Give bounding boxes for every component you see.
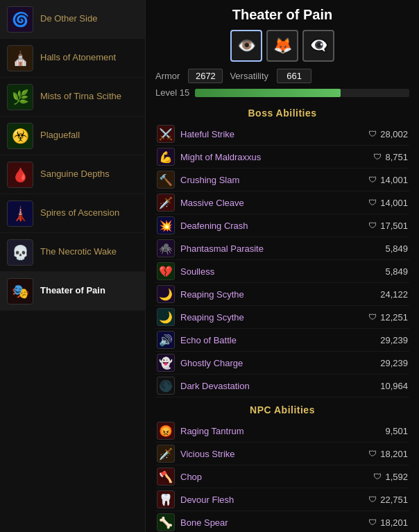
ability-row: 🗡️Massive Cleave🛡14,001	[155, 191, 409, 214]
sidebar-label-theater-of-pain: Theater of Pain	[40, 285, 105, 297]
versatility-value: 661	[277, 69, 311, 83]
sidebar-item-theater-of-pain[interactable]: 🎭Theater of Pain	[0, 272, 145, 311]
sidebar-item-mists-of-tirna-scithe[interactable]: 🌿Mists of Tirna Scithe	[0, 78, 145, 117]
ability-damage: 10,964	[380, 381, 408, 391]
ability-icon: 🌑	[157, 377, 175, 395]
ability-name: Chop	[180, 472, 368, 482]
sidebar-item-halls-of-atonement[interactable]: ⛪Halls of Atonement	[0, 39, 145, 78]
boss-abilities-list: ⚔️Hateful Strike🛡28,002💪Might of Maldrax…	[155, 123, 409, 397]
versatility-label: Versatility	[230, 71, 268, 81]
damage-value: 29,239	[380, 335, 408, 345]
sidebar-icon-de-other-side: 🌀	[7, 6, 33, 33]
sidebar-item-plaguefall[interactable]: ☣️Plaguefall	[0, 117, 145, 155]
damage-value: 14,001	[380, 198, 408, 208]
sidebar-icon-plaguefall: ☣️	[7, 123, 33, 149]
ability-name: Vicious Strike	[180, 449, 363, 459]
ability-row: 🌙Reaping Scythe🛡12,251	[155, 306, 409, 329]
shield-icon: 🛡	[372, 151, 383, 162]
sidebar-icon-the-necrotic-wake: 💀	[7, 239, 33, 266]
tab-tab1[interactable]: 👁️	[230, 30, 262, 62]
armor-label: Armor	[155, 71, 180, 81]
ability-damage: 🛡17,501	[367, 220, 408, 231]
ability-icon: 💪	[157, 148, 175, 166]
boss-abilities-header: Boss Abilities	[155, 108, 409, 119]
ability-icon: 😡	[157, 422, 175, 440]
ability-damage: 29,239	[380, 358, 408, 368]
shield-icon: 🛡	[367, 220, 378, 231]
ability-damage: 🛡14,001	[367, 174, 408, 185]
damage-value: 28,002	[380, 129, 408, 139]
damage-value: 18,201	[380, 517, 408, 528]
damage-value: 10,964	[380, 381, 408, 391]
damage-value: 1,592	[385, 472, 408, 482]
ability-icon: 💥	[157, 216, 175, 234]
sidebar-item-de-other-side[interactable]: 🌀De Other Side	[0, 0, 145, 39]
ability-damage: 🛡18,201	[367, 448, 408, 459]
damage-value: 17,501	[380, 221, 408, 231]
ability-name: Raging Tantrum	[180, 426, 381, 436]
ability-name: Ghostly Charge	[180, 358, 376, 368]
sidebar-label-de-other-side: De Other Side	[40, 13, 97, 25]
ability-damage: 🛡18,201	[367, 517, 408, 528]
ability-row: 🔨Crushing Slam🛡14,001	[155, 169, 409, 191]
sidebar-label-halls-of-atonement: Halls of Atonement	[40, 52, 116, 64]
ability-icon: 🦷	[157, 490, 175, 508]
ability-icon: 🗡️	[157, 194, 175, 212]
shield-icon: 🛡	[367, 174, 378, 185]
ability-damage: 🛡12,251	[367, 311, 408, 323]
ability-icon: 🔨	[157, 171, 175, 189]
tab-tab2[interactable]: 🦊	[266, 30, 298, 62]
damage-value: 18,201	[380, 449, 408, 459]
ability-name: Might of Maldraxxus	[180, 152, 368, 162]
sidebar-icon-spires-of-ascension: 🗼	[7, 200, 33, 227]
shield-icon: 🛡	[367, 128, 378, 139]
armor-value: 2672	[188, 69, 223, 83]
ability-row: 🪓Chop🛡1,592	[155, 465, 409, 488]
main-content: Theater of Pain 👁️🦊👁‍🗨 Armor 2672 Versat…	[146, 0, 419, 532]
shield-icon: 🛡	[372, 471, 383, 482]
sidebar-label-mists-of-tirna-scithe: Mists of Tirna Scithe	[40, 91, 121, 103]
ability-damage: 5,849	[385, 266, 408, 277]
level-bar-bg	[195, 89, 409, 97]
ability-name: Soulless	[180, 266, 381, 277]
ability-row: 🌑Dark Devastation10,964	[155, 375, 409, 397]
sidebar-icon-sanguine-depths: 🩸	[7, 162, 33, 188]
ability-icon: 🪓	[157, 467, 175, 486]
sidebar-icon-theater-of-pain: 🎭	[7, 278, 33, 304]
sidebar-label-sanguine-depths: Sanguine Depths	[40, 169, 110, 180]
level-row: Level 15	[155, 87, 409, 98]
ability-name: Hateful Strike	[180, 129, 363, 139]
ability-damage: 🛡8,751	[372, 151, 408, 162]
shield-icon: 🛡	[367, 517, 378, 528]
ability-damage: 🛡22,751	[367, 494, 408, 505]
damage-value: 9,501	[385, 426, 408, 436]
shield-icon: 🛡	[367, 494, 378, 505]
sidebar-item-the-necrotic-wake[interactable]: 💀The Necrotic Wake	[0, 233, 145, 272]
sidebar-item-sanguine-depths[interactable]: 🩸Sanguine Depths	[0, 155, 145, 194]
stats-row: Armor 2672 Versatility 661	[155, 69, 409, 83]
damage-value: 24,122	[380, 289, 408, 300]
sidebar-icon-mists-of-tirna-scithe: 🌿	[7, 84, 33, 110]
ability-icon: 👻	[157, 354, 175, 372]
damage-value: 12,251	[380, 312, 408, 323]
ability-row: 🕷️Phantasmal Parasite5,849	[155, 237, 409, 260]
sidebar-item-spires-of-ascension[interactable]: 🗼Spires of Ascension	[0, 194, 145, 233]
npc-abilities-list: 😡Raging Tantrum9,501🗡️Vicious Strike🛡18,…	[155, 420, 409, 532]
ability-icon: ⚔️	[157, 125, 175, 143]
damage-value: 8,751	[385, 152, 408, 162]
ability-icon: 🔊	[157, 331, 175, 349]
tab-tab3[interactable]: 👁‍🗨	[302, 30, 334, 62]
sidebar-label-plaguefall: Plaguefall	[40, 130, 80, 141]
ability-damage: 🛡1,592	[372, 471, 408, 482]
ability-row: 🔊Echo of Battle29,239	[155, 329, 409, 352]
ability-icon: 🌙	[157, 285, 175, 303]
ability-damage: 29,239	[380, 335, 408, 345]
tab-bar: 👁️🦊👁‍🗨	[155, 30, 409, 62]
ability-damage: 9,501	[385, 426, 408, 436]
ability-name: Reaping Scythe	[180, 312, 363, 323]
ability-name: Echo of Battle	[180, 335, 376, 345]
damage-value: 14,001	[380, 175, 408, 185]
ability-row: 🦴Bone Spear🛡18,201	[155, 511, 409, 532]
ability-row: 👻Ghostly Charge29,239	[155, 352, 409, 375]
ability-row: 💔Soulless5,849	[155, 260, 409, 283]
